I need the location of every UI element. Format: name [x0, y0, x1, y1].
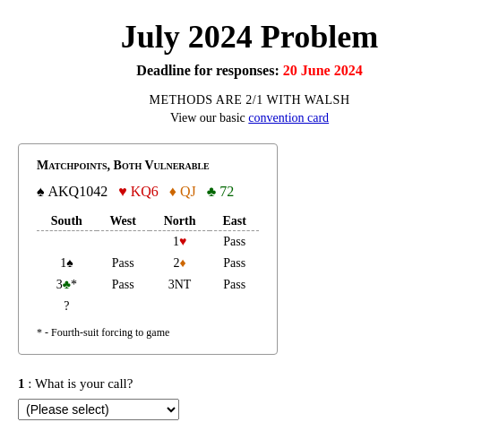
bid-cell: Pass [97, 274, 150, 296]
spade-symbol: ♠ [37, 184, 45, 200]
question-text: : What is your call? [28, 376, 133, 391]
bid-cell [150, 296, 211, 317]
bid-cell: 1♠ [37, 253, 97, 274]
page-title: July 2024 Problem [18, 18, 481, 56]
convention-line: View our basic convention card [18, 111, 481, 125]
answer-select[interactable]: (Please select) [18, 399, 179, 420]
diamond-cards: QJ [180, 184, 196, 200]
bid-cell: Pass [210, 231, 259, 254]
club-symbol: ♣ [207, 184, 217, 200]
bid-cell: Pass [210, 253, 259, 274]
col-north: North [150, 212, 211, 231]
convention-text: View our basic [170, 111, 245, 125]
bid-cell [97, 296, 150, 317]
deadline-date: 20 June 2024 [283, 63, 363, 78]
bid-cell: ? [37, 296, 97, 317]
table-row: ? [37, 296, 259, 317]
deadline-line: Deadline for responses: 20 June 2024 [18, 63, 481, 79]
bid-cell [210, 296, 259, 317]
col-south: South [37, 212, 97, 231]
question-line: 1 : What is your call? [18, 376, 481, 392]
bid-cell [37, 231, 97, 254]
deadline-label: Deadline for responses: [136, 63, 279, 78]
methods-line: METHODS ARE 2/1 WITH WALSH [18, 93, 481, 108]
bid-cell: 2♦ [150, 253, 211, 274]
footnote: * - Fourth-suit forcing to game [37, 326, 259, 340]
hand-display: ♠ AKQ1042 ♥ KQ6 ♦ QJ ♣ 72 [37, 184, 259, 200]
bid-cell: 3NT [150, 274, 211, 296]
table-row: 1♥ Pass [37, 231, 259, 254]
spade-cards: AKQ1042 [48, 184, 108, 200]
bidding-table: South West North East 1♥ Pass 1♠ Pass 2♦… [37, 212, 259, 317]
col-east: East [210, 212, 259, 231]
question-number: 1 [18, 376, 25, 391]
table-row: 3♣* Pass 3NT Pass [37, 274, 259, 296]
bid-cell [97, 231, 150, 254]
heart-symbol: ♥ [118, 184, 127, 200]
table-row: 1♠ Pass 2♦ Pass [37, 253, 259, 274]
bid-cell: Pass [210, 274, 259, 296]
heart-cards: KQ6 [131, 184, 159, 200]
convention-card-link[interactable]: convention card [248, 111, 329, 125]
bid-cell: 1♥ [150, 231, 211, 254]
box-title: Matchpoints, Both Vulnerable [37, 159, 259, 173]
club-cards: 72 [219, 184, 234, 200]
col-west: West [97, 212, 150, 231]
bid-cell: Pass [97, 253, 150, 274]
problem-box: Matchpoints, Both Vulnerable ♠ AKQ1042 ♥… [18, 143, 278, 355]
diamond-symbol: ♦ [169, 184, 176, 200]
bid-cell: 3♣* [37, 274, 97, 296]
